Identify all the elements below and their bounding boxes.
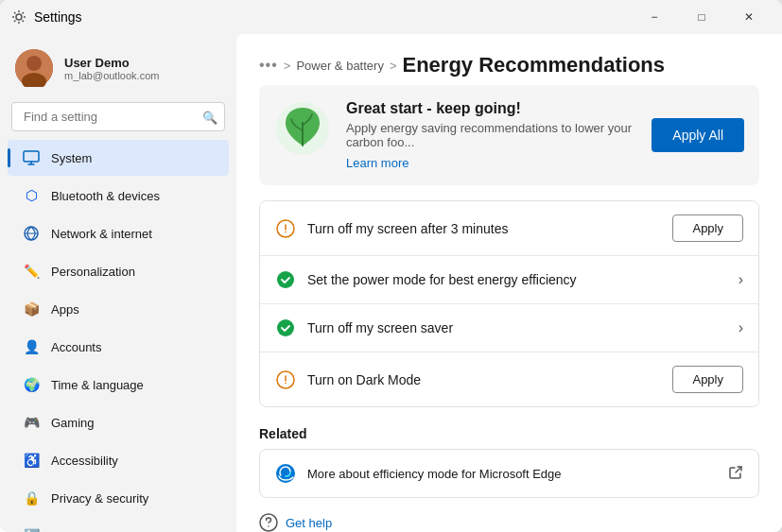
sidebar-item-bluetooth[interactable]: ⬡ Bluetooth & devices <box>8 178 229 214</box>
content-area: User Demo m_lab@outlook.com 🔍 <box>0 34 782 532</box>
accounts-icon: 👤 <box>23 338 40 355</box>
sidebar-item-personalization-label: Personalization <box>51 265 135 279</box>
settings-app-icon <box>11 9 26 25</box>
apply-all-button[interactable]: Apply All <box>652 118 744 152</box>
windows-update-icon: 🔄 <box>23 527 40 532</box>
breadcrumb-sep2: > <box>390 59 397 73</box>
maximize-button[interactable]: □ <box>680 3 723 31</box>
recommendation-list: Turn off my screen after 3 minutes Apply… <box>259 200 759 407</box>
sidebar-item-system-label: System <box>51 151 92 165</box>
time-icon: 🌍 <box>23 376 40 393</box>
sidebar: User Demo m_lab@outlook.com 🔍 <box>0 34 236 532</box>
sidebar-item-network-label: Network & internet <box>51 227 152 241</box>
leaf-icon <box>274 100 331 157</box>
sidebar-item-apps[interactable]: 📦 Apps <box>8 291 229 327</box>
system-icon <box>23 149 40 166</box>
external-link-icon <box>728 465 743 483</box>
recommendation-item-screen-saver[interactable]: Turn off my screen saver › <box>260 304 758 352</box>
related-item-edge[interactable]: More about efficiency mode for Microsoft… <box>259 449 759 498</box>
close-button[interactable]: ✕ <box>727 3 771 31</box>
rec-text-screen-saver: Turn off my screen saver <box>307 320 727 335</box>
breadcrumb-current: Energy Recommendations <box>403 53 666 77</box>
rec-action-screen-saver: › <box>739 319 743 336</box>
search-input[interactable] <box>11 102 225 131</box>
success-icon-1 <box>275 269 296 290</box>
rec-text-power-mode: Set the power mode for best energy effic… <box>307 272 727 287</box>
get-help-label: Get help <box>286 516 332 530</box>
sidebar-item-privacy[interactable]: 🔒 Privacy & security <box>8 480 229 516</box>
rec-text-dark-mode: Turn on Dark Mode <box>307 372 661 387</box>
sidebar-item-gaming[interactable]: 🎮 Gaming <box>8 404 229 440</box>
get-help[interactable]: Get help <box>259 513 759 532</box>
sidebar-item-time[interactable]: 🌍 Time & language <box>8 367 229 403</box>
apply-button-dark-mode[interactable]: Apply <box>672 366 743 393</box>
apps-icon: 📦 <box>23 300 40 317</box>
title-bar: Settings − □ ✕ <box>0 0 782 34</box>
svg-point-12 <box>285 382 287 384</box>
breadcrumb-power-battery[interactable]: Power & battery <box>296 59 384 73</box>
breadcrumb-sep1: > <box>284 59 291 73</box>
breadcrumb: ••• > Power & battery > Energy Recommend… <box>259 53 759 77</box>
bluetooth-icon: ⬡ <box>23 187 40 204</box>
main-content: ••• > Power & battery > Energy Recommend… <box>236 34 782 532</box>
recommendation-item-power-mode[interactable]: Set the power mode for best energy effic… <box>260 256 758 304</box>
sidebar-item-network[interactable]: Network & internet <box>8 215 229 251</box>
recommendation-item-dark-mode: Turn on Dark Mode Apply <box>260 352 758 406</box>
nav-items: System ⬡ Bluetooth & devices Network & i… <box>0 139 236 532</box>
chevron-right-icon-1[interactable]: › <box>739 271 743 288</box>
network-icon <box>23 225 40 242</box>
svg-point-10 <box>277 319 294 336</box>
accessibility-icon: ♿ <box>23 452 40 469</box>
sidebar-item-system[interactable]: System <box>8 140 229 176</box>
edge-icon <box>275 463 296 484</box>
user-info: User Demo m_lab@outlook.com <box>64 56 159 81</box>
title-bar-left: Settings <box>11 9 82 25</box>
gaming-icon: 🎮 <box>23 414 40 431</box>
svg-point-15 <box>268 525 269 527</box>
related-item-edge-text: More about efficiency mode for Microsoft… <box>307 467 717 481</box>
success-icon-2 <box>275 317 296 338</box>
related-section: Related More about efficiency mode for M… <box>259 426 759 498</box>
svg-rect-4 <box>24 151 39 162</box>
rec-action-dark-mode: Apply <box>672 366 743 393</box>
sidebar-item-privacy-label: Privacy & security <box>51 491 148 506</box>
recommendation-item-screen-off: Turn off my screen after 3 minutes Apply <box>260 201 758 256</box>
learn-more-link[interactable]: Learn more <box>346 156 408 170</box>
sidebar-item-time-label: Time & language <box>51 378 144 392</box>
user-section[interactable]: User Demo m_lab@outlook.com <box>0 42 236 102</box>
sidebar-item-personalization[interactable]: ✏️ Personalization <box>8 253 229 289</box>
sidebar-item-accessibility[interactable]: ♿ Accessibility <box>8 442 229 478</box>
apply-button-screen-off[interactable]: Apply <box>672 215 743 242</box>
search-icon: 🔍 <box>202 110 217 124</box>
user-email: m_lab@outlook.com <box>64 70 159 81</box>
avatar <box>15 49 53 87</box>
rec-action-screen-off: Apply <box>672 215 743 242</box>
get-help-icon <box>259 513 278 532</box>
sidebar-item-accessibility-label: Accessibility <box>51 454 118 468</box>
warning-icon-1 <box>275 218 296 239</box>
hero-title: Great start - keep going! <box>346 100 636 117</box>
hero-text: Great start - keep going! Apply energy s… <box>346 100 636 170</box>
hero-card: Great start - keep going! Apply energy s… <box>259 85 759 185</box>
privacy-icon: 🔒 <box>23 489 40 506</box>
sidebar-item-bluetooth-label: Bluetooth & devices <box>51 189 160 203</box>
rec-text-screen-off: Turn off my screen after 3 minutes <box>307 221 661 236</box>
sidebar-item-apps-label: Apps <box>51 302 79 317</box>
title-bar-controls: − □ ✕ <box>633 3 771 31</box>
title-bar-text: Settings <box>34 9 82 25</box>
svg-point-9 <box>277 271 294 288</box>
breadcrumb-dots[interactable]: ••• <box>259 57 278 74</box>
chevron-right-icon-2[interactable]: › <box>739 319 743 336</box>
warning-icon-2 <box>275 369 296 390</box>
sidebar-item-windows-update-label: Windows Update <box>51 529 144 533</box>
minimize-button[interactable]: − <box>633 3 676 31</box>
sidebar-item-accounts[interactable]: 👤 Accounts <box>8 329 229 365</box>
sidebar-item-windows-update[interactable]: 🔄 Windows Update <box>8 518 229 532</box>
search-box: 🔍 <box>11 102 225 131</box>
svg-point-0 <box>16 14 22 20</box>
sidebar-item-gaming-label: Gaming <box>51 416 95 430</box>
rec-action-power-mode: › <box>739 271 743 288</box>
svg-point-8 <box>285 231 287 232</box>
related-title: Related <box>259 426 759 441</box>
personalization-icon: ✏️ <box>23 263 40 280</box>
